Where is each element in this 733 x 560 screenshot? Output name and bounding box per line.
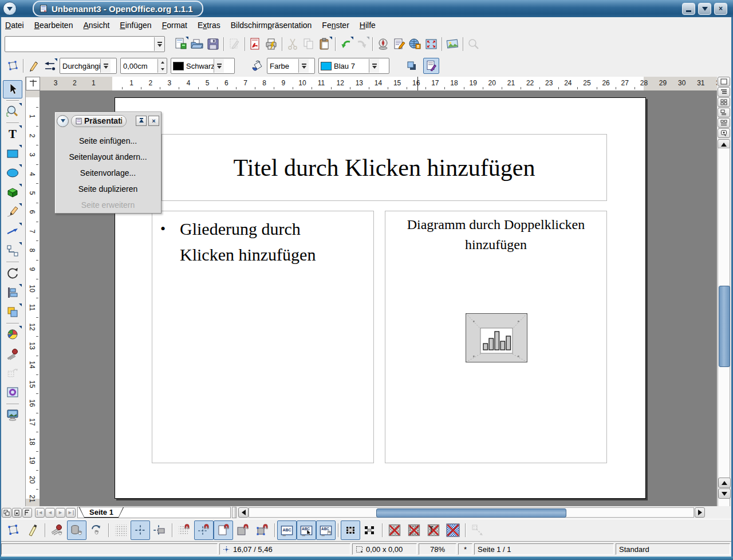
v-ruler[interactable]: 123456789101112131415161718192021: [26, 90, 40, 506]
minimize-button[interactable]: [682, 3, 695, 15]
line-placeholder-button[interactable]: [443, 520, 463, 540]
curve-tool[interactable]: [3, 203, 22, 221]
export-pdf-button[interactable]: [247, 36, 263, 52]
handout-view-button[interactable]: [718, 118, 730, 128]
rectangle-tool[interactable]: [3, 144, 22, 163]
first-page-button[interactable]: |◄: [35, 508, 45, 518]
effects-button[interactable]: [48, 520, 67, 540]
double-click-to-edit-text-button[interactable]: ABC: [316, 520, 336, 540]
rotation-mode-button[interactable]: [23, 520, 42, 540]
scroll-down-button[interactable]: [718, 488, 731, 499]
show-snap-lines-button[interactable]: [131, 520, 150, 540]
lines-arrows-tool[interactable]: [3, 222, 22, 240]
zoom-tool[interactable]: [3, 102, 22, 121]
3d-effects-tool[interactable]: [3, 364, 22, 382]
panel-item[interactable]: Seitenlayout ändern...: [55, 149, 161, 165]
last-page-button[interactable]: ►|: [66, 508, 76, 518]
navigator-button[interactable]: [375, 36, 391, 52]
stylist-button[interactable]: [391, 36, 407, 52]
layer-mode-button[interactable]: [22, 508, 32, 518]
snap-to-object-border-button[interactable]: [233, 520, 253, 540]
show-grid-button[interactable]: [111, 520, 131, 540]
area-color-combo[interactable]: Blau 7: [318, 58, 389, 74]
drawing-view-button[interactable]: [718, 77, 730, 86]
h-ruler[interactable]: 3211234567891011121314151617181920212223…: [40, 77, 717, 91]
live-presentation-tool[interactable]: [3, 406, 22, 424]
panel-item[interactable]: Seite duplizieren: [55, 181, 161, 197]
outline-placeholder[interactable]: •Gliederung durch Klicken hinzufügen: [152, 211, 374, 463]
select-text-area-only-button[interactable]: ABC: [297, 520, 316, 540]
menu-einfgen[interactable]: Einfügen: [115, 18, 156, 32]
ruler-corner[interactable]: [26, 77, 40, 90]
tab-scroll-splitter[interactable]: [232, 507, 237, 518]
shadow-button[interactable]: [404, 58, 420, 74]
menu-fenster[interactable]: Fenster: [317, 18, 354, 32]
scroll-right-button[interactable]: [695, 507, 705, 518]
menu-ansicht[interactable]: Ansicht: [78, 18, 115, 32]
title-placeholder[interactable]: Titel durch Klicken hinzufügen: [161, 134, 607, 201]
insert-tool[interactable]: [3, 325, 22, 344]
menu-bildschirmprsentation[interactable]: Bildschirmpräsentation: [226, 18, 317, 32]
area-type-combo[interactable]: Farbe: [267, 58, 315, 74]
paste-button[interactable]: [317, 36, 333, 52]
status-position-field[interactable]: 16,07 / 5,46: [219, 543, 350, 555]
area-dialog-button[interactable]: [249, 58, 265, 74]
gallery-button[interactable]: [444, 36, 460, 52]
status-size-field[interactable]: 0,00 x 0,00: [352, 543, 417, 555]
hyperlink-dialog-button[interactable]: [407, 36, 423, 52]
menu-bearbeiten[interactable]: Bearbeiten: [29, 18, 78, 32]
text-tool[interactable]: T: [3, 125, 22, 143]
arrow-ends-button[interactable]: [42, 58, 58, 74]
quick-edit-button[interactable]: ABC: [277, 520, 297, 540]
line-width-spin-buttons[interactable]: [157, 59, 167, 73]
v-scroll-thumb[interactable]: [719, 286, 730, 367]
presentation-panel-titlebar[interactable]: Präsentation ×: [55, 112, 161, 129]
contour-placeholder-button[interactable]: [404, 520, 424, 540]
line-contour-when-moving-button[interactable]: [468, 520, 487, 540]
url-combo[interactable]: [5, 36, 165, 52]
snap-to-snap-lines-button[interactable]: [194, 520, 214, 540]
line-color-dropdown[interactable]: [214, 59, 224, 73]
animation-tool[interactable]: [3, 384, 22, 402]
close-button[interactable]: ×: [714, 3, 727, 15]
menu-format[interactable]: Format: [157, 18, 192, 32]
connector-tool[interactable]: [3, 242, 22, 260]
start-presentation-button[interactable]: [718, 128, 730, 138]
search-button[interactable]: [466, 36, 482, 52]
line-color-combo[interactable]: Schwarz: [171, 58, 235, 74]
presentation-panel[interactable]: Präsentation × Seite einfügen...Seitenla…: [54, 112, 161, 214]
line-style-combo[interactable]: Durchgängig: [60, 58, 117, 74]
arrange-tool[interactable]: [3, 303, 22, 321]
page-tab[interactable]: Seite 1: [79, 507, 124, 518]
snap-to-grid-button[interactable]: [175, 520, 194, 540]
master-mode-button[interactable]: [12, 508, 22, 518]
status-zoom-field[interactable]: 78%: [419, 543, 456, 555]
zoom-scale-button[interactable]: [423, 36, 439, 52]
menu-hilfe[interactable]: Hilfe: [354, 18, 381, 32]
h-scroll-thumb[interactable]: [376, 508, 566, 518]
title-bar[interactable]: Unbenannt3 - OpenOffice.org 1.1.1 ×: [0, 0, 733, 17]
menu-datei[interactable]: Datei: [0, 18, 29, 32]
panel-item[interactable]: Seite einfügen...: [55, 133, 161, 149]
panel-menu-button[interactable]: [57, 115, 69, 127]
url-dropdown-button[interactable]: [154, 37, 164, 51]
h-scroll-track[interactable]: [249, 507, 694, 518]
status-template-field[interactable]: Standard: [616, 543, 730, 555]
alignment-tool[interactable]: [3, 283, 22, 302]
helplines-while-moving-button[interactable]: [150, 520, 170, 540]
url-input[interactable]: [5, 38, 154, 50]
line-style-dropdown[interactable]: [100, 59, 111, 73]
large-handles-button[interactable]: [360, 520, 380, 540]
edit-points-button[interactable]: [5, 58, 21, 74]
new-document-button[interactable]: [173, 36, 189, 52]
copy-button[interactable]: [301, 36, 317, 52]
save-button[interactable]: [205, 36, 221, 52]
maximize-button[interactable]: [698, 3, 711, 15]
3d-object-tool[interactable]: [3, 183, 22, 202]
ellipse-tool[interactable]: [3, 164, 22, 182]
scroll-left-button[interactable]: [238, 507, 249, 518]
snap-to-page-margins-button[interactable]: [214, 520, 233, 540]
outline-view-button[interactable]: [718, 87, 730, 97]
panel-close-button[interactable]: ×: [148, 116, 159, 126]
slide-view-button[interactable]: [718, 97, 730, 107]
